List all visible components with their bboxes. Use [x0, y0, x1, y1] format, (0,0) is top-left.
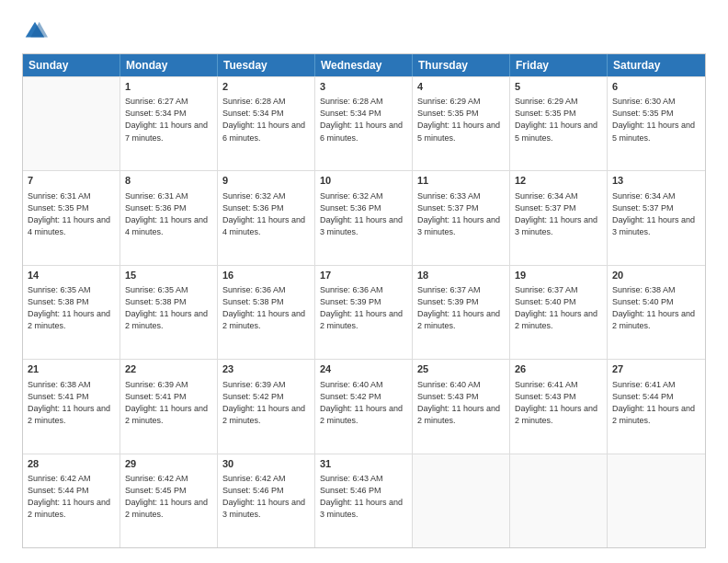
weekday-header-friday: Friday: [510, 54, 608, 76]
cell-info: Sunrise: 6:38 AMSunset: 5:40 PMDaylight:…: [612, 284, 700, 332]
calendar-cell: 25Sunrise: 6:40 AMSunset: 5:43 PMDayligh…: [413, 360, 510, 453]
header: [22, 18, 706, 44]
cell-info: Sunrise: 6:38 AMSunset: 5:41 PMDaylight:…: [28, 379, 115, 427]
weekday-header-wednesday: Wednesday: [315, 54, 413, 76]
cell-info: Sunrise: 6:37 AMSunset: 5:39 PMDaylight:…: [417, 284, 505, 332]
cell-info: Sunrise: 6:39 AMSunset: 5:42 PMDaylight:…: [222, 379, 310, 427]
calendar-cell: 2Sunrise: 6:28 AMSunset: 5:34 PMDaylight…: [218, 77, 315, 170]
calendar-cell: 5Sunrise: 6:29 AMSunset: 5:35 PMDaylight…: [510, 77, 608, 170]
calendar-cell: 20Sunrise: 6:38 AMSunset: 5:40 PMDayligh…: [608, 266, 705, 359]
calendar-cell: 16Sunrise: 6:36 AMSunset: 5:38 PMDayligh…: [218, 266, 315, 359]
calendar-cell: 23Sunrise: 6:39 AMSunset: 5:42 PMDayligh…: [218, 360, 315, 453]
day-number: 8: [125, 174, 212, 188]
calendar-cell: [510, 454, 608, 547]
day-number: 1: [125, 80, 212, 94]
calendar-cell: 11Sunrise: 6:33 AMSunset: 5:37 PMDayligh…: [413, 171, 510, 264]
logo-icon: [22, 18, 48, 44]
cell-info: Sunrise: 6:31 AMSunset: 5:35 PMDaylight:…: [28, 190, 115, 238]
day-number: 27: [612, 362, 700, 376]
calendar-cell: 13Sunrise: 6:34 AMSunset: 5:37 PMDayligh…: [608, 171, 705, 264]
weekday-header-tuesday: Tuesday: [218, 54, 315, 76]
calendar-cell: 6Sunrise: 6:30 AMSunset: 5:35 PMDaylight…: [608, 77, 705, 170]
calendar-cell: 15Sunrise: 6:35 AMSunset: 5:38 PMDayligh…: [120, 266, 218, 359]
calendar-cell: 27Sunrise: 6:41 AMSunset: 5:44 PMDayligh…: [608, 360, 705, 453]
calendar-row-4: 28Sunrise: 6:42 AMSunset: 5:44 PMDayligh…: [23, 454, 705, 547]
calendar-cell: 10Sunrise: 6:32 AMSunset: 5:36 PMDayligh…: [315, 171, 413, 264]
calendar-row-3: 21Sunrise: 6:38 AMSunset: 5:41 PMDayligh…: [23, 359, 705, 453]
cell-info: Sunrise: 6:29 AMSunset: 5:35 PMDaylight:…: [515, 96, 602, 144]
weekday-header-thursday: Thursday: [413, 54, 510, 76]
day-number: 5: [515, 80, 602, 94]
cell-info: Sunrise: 6:36 AMSunset: 5:38 PMDaylight:…: [222, 284, 310, 332]
calendar-cell: 1Sunrise: 6:27 AMSunset: 5:34 PMDaylight…: [120, 77, 218, 170]
cell-info: Sunrise: 6:30 AMSunset: 5:35 PMDaylight:…: [612, 96, 700, 144]
day-number: 2: [222, 80, 310, 94]
calendar-cell: 30Sunrise: 6:42 AMSunset: 5:46 PMDayligh…: [218, 454, 315, 547]
cell-info: Sunrise: 6:41 AMSunset: 5:44 PMDaylight:…: [612, 379, 700, 427]
cell-info: Sunrise: 6:29 AMSunset: 5:35 PMDaylight:…: [417, 96, 505, 144]
day-number: 24: [320, 362, 407, 376]
page: SundayMondayTuesdayWednesdayThursdayFrid…: [0, 0, 728, 563]
day-number: 16: [222, 269, 310, 282]
calendar-cell: [608, 454, 705, 547]
calendar-cell: 28Sunrise: 6:42 AMSunset: 5:44 PMDayligh…: [23, 454, 120, 547]
calendar-cell: 7Sunrise: 6:31 AMSunset: 5:35 PMDaylight…: [23, 171, 120, 264]
calendar-cell: 19Sunrise: 6:37 AMSunset: 5:40 PMDayligh…: [510, 266, 608, 359]
day-number: 25: [417, 362, 505, 376]
calendar-cell: 21Sunrise: 6:38 AMSunset: 5:41 PMDayligh…: [23, 360, 120, 453]
weekday-header-saturday: Saturday: [608, 54, 705, 76]
calendar-cell: 3Sunrise: 6:28 AMSunset: 5:34 PMDaylight…: [315, 77, 413, 170]
day-number: 20: [612, 269, 700, 282]
calendar-cell: 4Sunrise: 6:29 AMSunset: 5:35 PMDaylight…: [413, 77, 510, 170]
day-number: 3: [320, 80, 407, 94]
logo: [22, 18, 51, 44]
calendar-row-0: 1Sunrise: 6:27 AMSunset: 5:34 PMDaylight…: [23, 76, 705, 170]
calendar-cell: 14Sunrise: 6:35 AMSunset: 5:38 PMDayligh…: [23, 266, 120, 359]
day-number: 19: [515, 269, 602, 282]
cell-info: Sunrise: 6:28 AMSunset: 5:34 PMDaylight:…: [320, 96, 407, 144]
cell-info: Sunrise: 6:40 AMSunset: 5:42 PMDaylight:…: [320, 379, 407, 427]
cell-info: Sunrise: 6:42 AMSunset: 5:44 PMDaylight:…: [28, 473, 115, 521]
day-number: 9: [222, 174, 310, 188]
day-number: 22: [125, 362, 212, 376]
calendar-body: 1Sunrise: 6:27 AMSunset: 5:34 PMDaylight…: [23, 76, 705, 547]
day-number: 18: [417, 269, 505, 282]
weekday-header-monday: Monday: [120, 54, 218, 76]
day-number: 17: [320, 269, 407, 282]
calendar-cell: [413, 454, 510, 547]
cell-info: Sunrise: 6:34 AMSunset: 5:37 PMDaylight:…: [612, 190, 700, 238]
calendar-cell: 22Sunrise: 6:39 AMSunset: 5:41 PMDayligh…: [120, 360, 218, 453]
day-number: 13: [612, 174, 700, 188]
cell-info: Sunrise: 6:31 AMSunset: 5:36 PMDaylight:…: [125, 190, 212, 238]
day-number: 23: [222, 362, 310, 376]
day-number: 4: [417, 80, 505, 94]
weekday-header-sunday: Sunday: [23, 54, 120, 76]
calendar-cell: 31Sunrise: 6:43 AMSunset: 5:46 PMDayligh…: [315, 454, 413, 547]
day-number: 7: [28, 174, 115, 188]
cell-info: Sunrise: 6:41 AMSunset: 5:43 PMDaylight:…: [515, 379, 602, 427]
calendar-cell: 17Sunrise: 6:36 AMSunset: 5:39 PMDayligh…: [315, 266, 413, 359]
day-number: 28: [28, 457, 115, 471]
cell-info: Sunrise: 6:35 AMSunset: 5:38 PMDaylight:…: [28, 284, 115, 332]
day-number: 31: [320, 457, 407, 471]
calendar: SundayMondayTuesdayWednesdayThursdayFrid…: [22, 53, 706, 548]
day-number: 10: [320, 174, 407, 188]
cell-info: Sunrise: 6:42 AMSunset: 5:45 PMDaylight:…: [125, 473, 212, 521]
day-number: 26: [515, 362, 602, 376]
day-number: 6: [612, 80, 700, 94]
cell-info: Sunrise: 6:27 AMSunset: 5:34 PMDaylight:…: [125, 96, 212, 144]
calendar-cell: 8Sunrise: 6:31 AMSunset: 5:36 PMDaylight…: [120, 171, 218, 264]
calendar-cell: [23, 77, 120, 170]
day-number: 12: [515, 174, 602, 188]
calendar-cell: 12Sunrise: 6:34 AMSunset: 5:37 PMDayligh…: [510, 171, 608, 264]
cell-info: Sunrise: 6:40 AMSunset: 5:43 PMDaylight:…: [417, 379, 505, 427]
calendar-cell: 9Sunrise: 6:32 AMSunset: 5:36 PMDaylight…: [218, 171, 315, 264]
cell-info: Sunrise: 6:37 AMSunset: 5:40 PMDaylight:…: [515, 284, 602, 332]
day-number: 29: [125, 457, 212, 471]
cell-info: Sunrise: 6:39 AMSunset: 5:41 PMDaylight:…: [125, 379, 212, 427]
cell-info: Sunrise: 6:28 AMSunset: 5:34 PMDaylight:…: [222, 96, 310, 144]
day-number: 11: [417, 174, 505, 188]
calendar-header: SundayMondayTuesdayWednesdayThursdayFrid…: [23, 54, 705, 76]
calendar-row-1: 7Sunrise: 6:31 AMSunset: 5:35 PMDaylight…: [23, 170, 705, 264]
day-number: 14: [28, 269, 115, 282]
